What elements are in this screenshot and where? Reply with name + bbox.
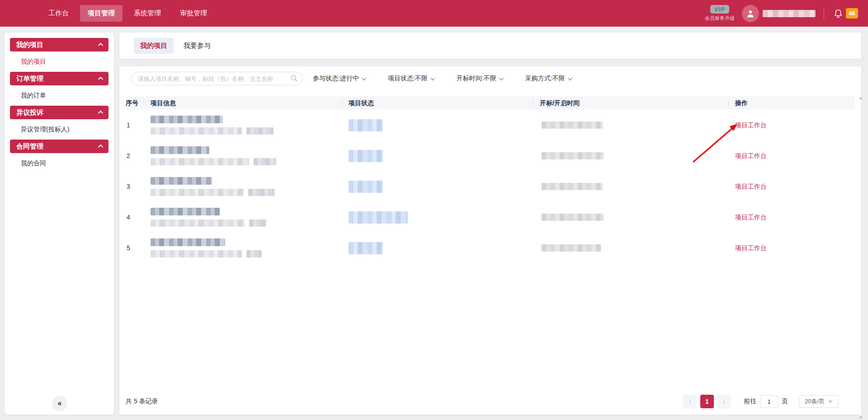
user-name-redacted [763,10,816,17]
open-time-redacted [542,152,604,159]
filter-dropdown[interactable]: 开标时间:不限 [457,75,504,83]
open-time-cell [533,214,728,221]
project-workbench-link[interactable]: 项目工作台 [735,183,767,190]
action-cell: 项目工作台 [728,121,855,130]
row-index: 1 [126,121,144,129]
open-time-redacted [542,214,604,221]
filter-dropdown[interactable]: 采购方式:不限 [525,75,572,83]
nav-item[interactable]: 系统管理 [126,5,169,22]
pagination: ‹ 1 › 前往 页 20条/页 [679,395,839,408]
goto-label: 前往 [744,397,756,406]
filter-dropdown[interactable]: 项目状态:不限 [388,75,435,83]
sidebar-group: 我的项目 我的项目 [5,38,114,72]
project-number-redacted [151,219,245,227]
project-status-cell [342,181,533,193]
sidebar-item[interactable]: 我的项目 [5,51,114,72]
project-workbench-link[interactable]: 项目工作台 [735,214,767,221]
nav-item[interactable]: 审批管理 [172,5,215,22]
sidebar-group-header[interactable]: 我的项目 [10,38,108,51]
project-info-cell [144,238,342,257]
scrollbar[interactable]: ▲ ▼ [857,96,864,420]
top-nav: 工作台项目管理系统管理审批管理 VIP 会员服务升级 46 [0,0,868,27]
filter-value: 不限 [415,75,428,83]
open-time-cell [533,121,728,129]
project-tag-redacted [249,219,266,227]
sidebar: 我的项目 我的项目 订单管理 我的订单 异议投诉 异议管理(投标人) 合同管理 … [5,33,114,415]
project-name-redacted [151,238,225,246]
filter-dropdown[interactable]: 参与状态: 进行中 [313,75,366,83]
sidebar-group: 合同管理 我的合同 [5,140,114,173]
vip-icon: VIP [710,5,729,14]
table-header: 序号项目信息项目状态开标/开启时间操作 [126,96,855,110]
scroll-up-icon[interactable]: ▲ [859,96,863,100]
table-column-header: 序号 [126,96,144,110]
prev-page-button[interactable]: ‹ [683,395,697,408]
table-column-header: 项目状态 [342,96,533,110]
project-tag-redacted [254,158,276,165]
filter-value: 不限 [484,75,496,83]
page-number-button[interactable]: 1 [700,395,714,408]
tab[interactable]: 我的项目 [134,38,174,54]
action-cell: 项目工作台 [728,182,855,191]
chevron-down-icon [499,76,504,80]
sidebar-groups: 我的项目 我的项目 订单管理 我的订单 异议投诉 异议管理(投标人) 合同管理 … [5,38,114,173]
vip-caption: 会员服务升级 [705,15,735,22]
project-workbench-link[interactable]: 项目工作台 [735,244,767,252]
search-input-wrapper [131,72,303,85]
content-panel: 参与状态: 进行中 项目状态:不限 开标时间:不限 采购方式:不限 序号项目信息… [119,66,861,415]
vip-upgrade[interactable]: VIP 会员服务升级 [705,5,735,22]
next-page-button[interactable]: › [717,395,731,408]
chevron-up-icon [98,111,103,116]
sidebar-item[interactable]: 我的订单 [5,85,114,106]
sidebar-group-header[interactable]: 订单管理 [10,72,108,85]
open-time-cell [533,152,728,159]
chevron-down-icon [362,76,366,80]
sidebar-group: 异议投诉 异议管理(投标人) [5,106,114,140]
sidebar-group-items: 我的项目 [5,51,114,72]
project-number-redacted [151,250,242,257]
tab[interactable]: 我要参与 [177,38,217,54]
row-index: 2 [126,152,144,159]
chevron-down-icon [568,76,572,80]
project-status-cell [342,211,533,224]
table-row: 5 项目工作台 [126,233,855,263]
project-name-redacted [151,146,209,154]
table-column-header: 开标/开启时间 [533,96,728,110]
sidebar-group: 订单管理 我的订单 [5,72,114,106]
sidebar-item[interactable]: 异议管理(投标人) [5,119,114,140]
nav-item[interactable]: 工作台 [41,5,76,22]
project-workbench-link[interactable]: 项目工作台 [735,152,767,159]
table-column-header: 操作 [728,96,855,110]
table-footer: 共 5 条记录 ‹ 1 › 前往 页 20条/页 [126,395,855,408]
scroll-down-icon[interactable]: ▼ [859,415,863,420]
chevron-up-icon [98,77,103,82]
project-tag-redacted [248,189,274,196]
sidebar-collapse-button[interactable]: « [52,396,67,411]
filter-label: 参与状态: [313,75,340,83]
table-column-header: 项目信息 [144,96,342,110]
user-menu[interactable] [742,5,816,22]
sidebar-group-header[interactable]: 异议投诉 [10,106,108,119]
project-number-redacted [151,189,244,196]
action-cell: 项目工作台 [728,152,855,160]
nav-item[interactable]: 项目管理 [80,5,123,22]
sidebar-group-title: 订单管理 [16,75,43,83]
table-row: 4 项目工作台 [126,202,855,233]
sidebar-item[interactable]: 我的合同 [5,153,114,173]
notifications-button[interactable]: 46 [833,8,858,19]
status-badge-redacted [349,211,408,224]
status-badge-redacted [349,242,383,254]
notification-count-badge: 46 [846,8,858,19]
project-info-cell [144,146,342,165]
project-tag-redacted [246,250,262,257]
page-size-select[interactable]: 20条/页 [799,395,839,408]
bell-icon [833,9,843,19]
project-workbench-link[interactable]: 项目工作台 [735,121,767,129]
search-icon[interactable] [290,75,298,82]
sidebar-group-items: 我的订单 [5,85,114,106]
goto-page-input[interactable] [760,395,778,408]
tabs-bar: 我的项目我要参与 [119,33,861,59]
divider [824,8,824,19]
sidebar-group-header[interactable]: 合同管理 [10,140,108,153]
search-input[interactable] [131,72,303,85]
